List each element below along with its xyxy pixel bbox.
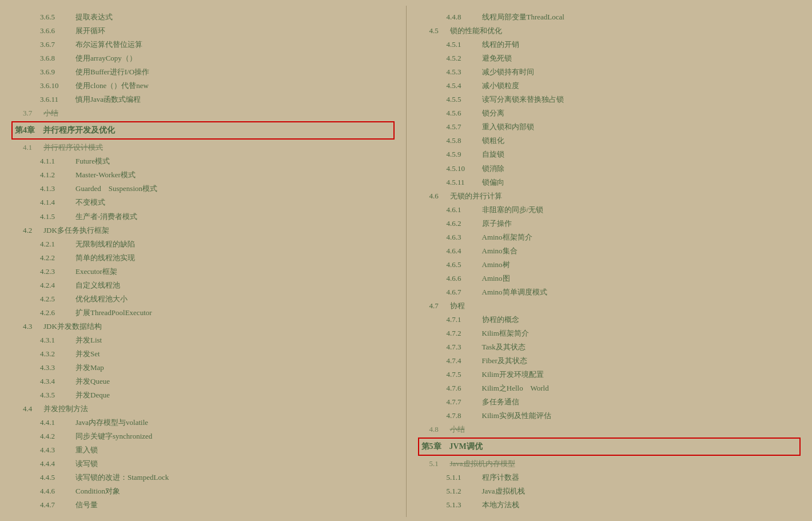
list-item: 4.4.1Java内存模型与volatile — [11, 416, 395, 429]
chapter-4-heading: 第4章 并行程序开发及优化 — [11, 121, 395, 140]
list-item: 4.4.8线程局部变量ThreadLocal — [418, 10, 801, 24]
list-item: 4.5.10锁消除 — [418, 162, 801, 176]
list-item: 4.3.1并发List — [11, 333, 395, 347]
list-item: 4.6.3Amino框架简介 — [418, 230, 801, 244]
list-item: 4.6.6Amino图 — [418, 272, 801, 285]
list-item: 4.1.1Future模式 — [11, 154, 395, 168]
chapter-5-heading: 第5章 JVM调优 — [418, 438, 801, 456]
list-item: 4.7.6Kilim之Hello World — [418, 381, 801, 395]
list-item: 4.7协程 — [418, 299, 801, 313]
list-item: 4.5锁的性能和优化 — [418, 24, 801, 38]
list-item: 4.7.7多任务通信 — [418, 395, 801, 409]
list-item: 4.2JDK多任务执行框架 — [11, 224, 395, 237]
list-item: 4.6.2原子操作 — [418, 217, 801, 230]
list-item: 4.2.5优化线程池大小 — [11, 292, 395, 306]
list-item: 4.7.2Kilim框架简介 — [418, 327, 801, 340]
list-item: 4.2.3Executor框架 — [11, 265, 395, 279]
list-item: 4.4.3重入锁 — [11, 443, 395, 457]
list-item: 4.5.11锁偏向 — [418, 176, 801, 189]
list-item: 4.4.5读写锁的改进：StampedLock — [11, 471, 395, 484]
list-item: 4.3.3并发Map — [11, 361, 395, 375]
list-item: 4.1.2Master-Worker模式 — [11, 168, 395, 182]
list-item: 4.4.4读写锁 — [11, 457, 395, 471]
list-item: 4.7.8Kilim实例及性能评估 — [418, 409, 801, 423]
list-item: 4.5.4减小锁粒度 — [418, 79, 801, 93]
list-item: 4.2.2简单的线程池实现 — [11, 251, 395, 265]
list-item: 4.6.4Amino集合 — [418, 244, 801, 258]
list-item: 4.7.1协程的概念 — [418, 313, 801, 327]
list-item: 4.5.2避免死锁 — [418, 51, 801, 65]
list-item: 3.6.6展开循环 — [11, 24, 395, 38]
list-item: 4.2.4自定义线程池 — [11, 279, 395, 292]
list-item: 5.1.2Java虚拟机栈 — [418, 484, 801, 498]
list-item: 4.5.3减少锁持有时间 — [418, 65, 801, 79]
list-item: 4.6.5Amino树 — [418, 258, 801, 272]
list-item: 4.4.6Condition对象 — [11, 484, 395, 498]
list-item: 3.6.5提取表达式 — [11, 10, 395, 24]
list-item: 4.3.2并发Set — [11, 347, 395, 361]
list-item: 4.6.7Amino简单调度模式 — [418, 285, 801, 299]
list-item: 4.1.3Guarded Suspension模式 — [11, 182, 395, 196]
list-item: 4.4并发控制方法 — [11, 402, 395, 416]
page: 3.6.5提取表达式 3.6.6展开循环 3.6.7布尔运算代替位运算 3.6.… — [0, 0, 812, 521]
list-item: 3.6.9使用Buffer进行I/O操作 — [11, 65, 395, 79]
list-item: 4.5.1线程的开销 — [418, 38, 801, 51]
list-item: 4.5.5读写分离锁来替换独占锁 — [418, 93, 801, 106]
list-item: 4.7.5Kilim开发环境配置 — [418, 368, 801, 381]
list-item: 3.6.10使用clone（）代替new — [11, 79, 395, 93]
left-column: 3.6.5提取表达式 3.6.6展开循环 3.6.7布尔运算代替位运算 3.6.… — [0, 6, 407, 517]
list-item: 4.5.8锁粗化 — [418, 134, 801, 148]
list-item: 4.5.7重入锁和内部锁 — [418, 120, 801, 134]
list-item: 4.4.2同步关键字synchronized — [11, 429, 395, 443]
list-item: 4.3.4并发Queue — [11, 375, 395, 388]
list-item: 5.1Java虚拟机内存模型 — [418, 457, 801, 471]
right-column: 4.4.8线程局部变量ThreadLocal 4.5锁的性能和优化 4.5.1线… — [407, 6, 813, 517]
list-item: 4.7.4Fiber及其状态 — [418, 354, 801, 368]
list-item: 4.1并行程序设计模式 — [11, 141, 395, 154]
list-item: 4.4.7信号量 — [11, 498, 395, 512]
list-item: 4.1.5生产者-消费者模式 — [11, 210, 395, 224]
list-item: 3.6.8使用arrayCopy（） — [11, 51, 395, 65]
list-item: 3.6.7布尔运算代替位运算 — [11, 38, 395, 51]
list-item: 4.5.6锁分离 — [418, 106, 801, 120]
list-item: 5.1.3本地方法栈 — [418, 498, 801, 512]
list-item: 5.1.1程序计数器 — [418, 471, 801, 484]
list-item: 4.3.5并发Deque — [11, 388, 395, 402]
list-item: 4.2.6扩展ThreadPoolExecutor — [11, 306, 395, 320]
list-item: 3.6.11慎用Java函数式编程 — [11, 93, 395, 106]
list-item: 4.5.9自旋锁 — [418, 148, 801, 161]
list-item: 4.3JDK并发数据结构 — [11, 320, 395, 333]
list-item: 3.7小结 — [11, 106, 395, 120]
list-item: 4.1.4不变模式 — [11, 196, 395, 209]
list-item: 4.6.1非阻塞的同步/无锁 — [418, 203, 801, 217]
list-item: 4.8小结 — [418, 423, 801, 436]
list-item: 4.6无锁的并行计算 — [418, 189, 801, 203]
list-item: 4.7.3Task及其状态 — [418, 340, 801, 354]
list-item: 4.2.1无限制线程的缺陷 — [11, 237, 395, 251]
